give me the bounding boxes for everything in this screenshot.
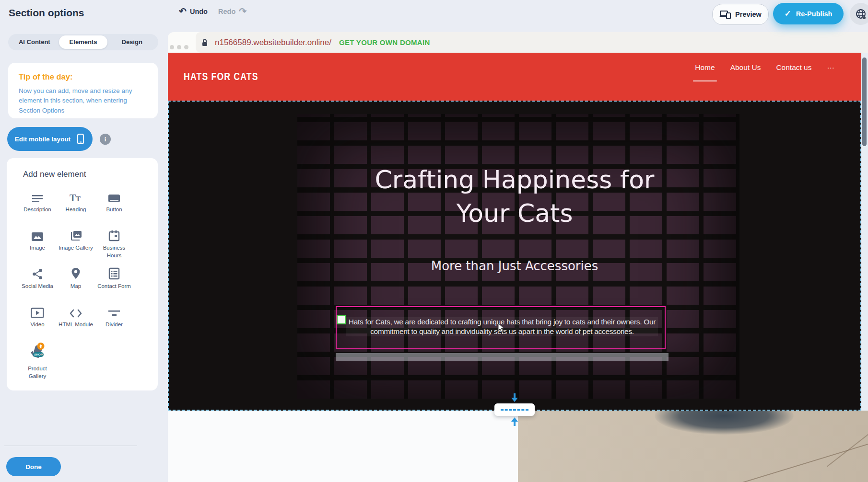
- next-section-left[interactable]: [168, 411, 518, 482]
- element-map[interactable]: Map: [57, 265, 95, 304]
- element-label: Video: [20, 321, 55, 329]
- globe-icon: [855, 8, 867, 20]
- element-label: Heading: [59, 206, 93, 214]
- mouse-cursor: [498, 323, 505, 333]
- scrollbar-thumb[interactable]: [862, 57, 867, 146]
- site-nav: Home About Us Contact us ···: [695, 63, 834, 74]
- tip-body: Now you can add, move and resize any ele…: [19, 86, 147, 115]
- browser-chrome-bar: n1566589.websitebuilder.online/ GET YOUR…: [168, 32, 868, 53]
- image-gallery-icon: [70, 227, 82, 241]
- svg-text:T: T: [70, 193, 76, 203]
- element-image[interactable]: Image: [18, 227, 57, 265]
- page-title: Section options: [9, 7, 84, 19]
- browser-dot: [184, 45, 188, 49]
- element-product-gallery[interactable]: SHOP Product Gallery: [18, 342, 57, 380]
- video-icon: [31, 304, 44, 318]
- element-image-gallery[interactable]: Image Gallery: [57, 227, 95, 265]
- selection-drag-handle[interactable]: [337, 315, 346, 324]
- site-logo[interactable]: HATS FOR CATS: [184, 70, 258, 83]
- republish-button[interactable]: ✓ Re-Publish: [773, 3, 844, 24]
- cat-shadow: [655, 411, 794, 435]
- resize-arrow-down-icon: [511, 393, 518, 402]
- sidebar-tabs: AI Content Elements Design: [8, 34, 158, 50]
- tab-ai-content[interactable]: AI Content: [10, 35, 59, 49]
- undo-button[interactable]: ↶ Undo: [179, 8, 208, 15]
- floor-tile-seam: [827, 411, 868, 467]
- svg-text:T: T: [76, 195, 81, 203]
- tip-title: Tip of the day:: [19, 72, 147, 81]
- nav-about-us[interactable]: About Us: [730, 63, 761, 74]
- heading-icon: T T: [70, 189, 82, 203]
- floor-tile-seam: [728, 426, 868, 482]
- check-icon: ✓: [785, 9, 791, 19]
- preview-button[interactable]: Preview: [712, 4, 769, 25]
- element-label: Description: [20, 206, 55, 214]
- nav-more[interactable]: ···: [827, 63, 835, 74]
- divider-icon: [108, 304, 120, 318]
- get-domain-link[interactable]: GET YOUR OWN DOMAIN: [339, 38, 430, 46]
- resize-arrow-up-icon: [511, 417, 518, 426]
- hero-section-selected[interactable]: Crafting Happiness for Your Cats More th…: [168, 101, 861, 411]
- element-social-media[interactable]: Social Media: [18, 265, 57, 304]
- tab-elements[interactable]: Elements: [59, 35, 108, 49]
- language-globe-button[interactable]: [850, 3, 868, 25]
- site-preview-canvas: n1566589.websitebuilder.online/ GET YOUR…: [168, 27, 868, 482]
- social-media-icon: [32, 265, 43, 280]
- info-icon[interactable]: i: [100, 134, 111, 145]
- element-button[interactable]: Button: [95, 189, 133, 227]
- element-heading[interactable]: T T Heading: [57, 189, 95, 227]
- button-icon: [108, 189, 120, 203]
- description-icon: [32, 189, 43, 203]
- tab-design[interactable]: Design: [107, 35, 156, 49]
- element-label: Image Gallery: [59, 244, 93, 252]
- edit-mobile-layout-button[interactable]: Edit mobile layout: [7, 127, 93, 151]
- next-section-image[interactable]: [518, 411, 868, 482]
- undo-label: Undo: [190, 8, 208, 15]
- browser-dot: [177, 45, 181, 49]
- element-label: Product Gallery: [20, 365, 55, 380]
- tip-of-the-day-card: Tip of the day: Now you can add, move an…: [8, 63, 158, 118]
- site-url[interactable]: n1566589.websitebuilder.online/: [215, 38, 331, 47]
- redo-button[interactable]: Redo ↷: [218, 8, 246, 15]
- element-grid: Description T T Heading Button: [18, 189, 158, 380]
- svg-text:SHOP: SHOP: [34, 353, 43, 356]
- section-options-sidebar: AI Content Elements Design Tip of the da…: [0, 27, 168, 482]
- product-gallery-icon: SHOP: [27, 342, 48, 362]
- top-toolbar: Section options ↶ Undo Redo ↷ Preview ✓ …: [0, 0, 868, 27]
- element-contact-form[interactable]: Contact Form: [95, 265, 133, 304]
- element-label: Social Media: [20, 283, 55, 290]
- address-bar[interactable]: n1566589.websitebuilder.online/ GET YOUR…: [196, 32, 868, 53]
- element-html-module[interactable]: HTML Module: [57, 304, 95, 342]
- done-button[interactable]: Done: [6, 457, 61, 476]
- add-element-title: Add new element: [23, 170, 158, 179]
- redo-icon: ↷: [239, 8, 246, 15]
- resize-dash-line: [501, 409, 528, 411]
- element-video[interactable]: Video: [18, 304, 57, 342]
- hero-subheading[interactable]: More than Just Accessories: [169, 259, 860, 273]
- edit-mobile-layout-label: Edit mobile layout: [15, 136, 70, 143]
- image-icon: [31, 227, 44, 241]
- element-label: Business Hours: [97, 244, 131, 259]
- element-description[interactable]: Description: [18, 189, 57, 227]
- hero-heading[interactable]: Crafting Happiness for Your Cats: [347, 163, 682, 230]
- element-business-hours[interactable]: Business Hours: [95, 227, 133, 265]
- sidebar-divider: [4, 446, 137, 446]
- preview-scrollbar[interactable]: [861, 53, 868, 411]
- site-header: HATS FOR CATS Home About Us Contact us ·…: [168, 53, 861, 101]
- nav-contact-us[interactable]: Contact us: [776, 63, 811, 74]
- lock-icon: [201, 38, 208, 47]
- browser-dot: [170, 45, 174, 49]
- nav-home[interactable]: Home: [695, 63, 715, 74]
- redo-label: Redo: [218, 8, 235, 15]
- map-icon: [70, 265, 81, 280]
- element-divider[interactable]: Divider: [95, 304, 133, 342]
- section-resize-handle[interactable]: [494, 403, 535, 416]
- republish-label: Re-Publish: [796, 10, 833, 18]
- element-ghost-band: [336, 353, 669, 361]
- element-label: Button: [97, 206, 131, 214]
- preview-label: Preview: [735, 11, 762, 18]
- element-label: Divider: [97, 321, 131, 329]
- contact-form-icon: [108, 265, 120, 280]
- devices-icon: [719, 10, 731, 19]
- html-module-icon: [69, 304, 83, 318]
